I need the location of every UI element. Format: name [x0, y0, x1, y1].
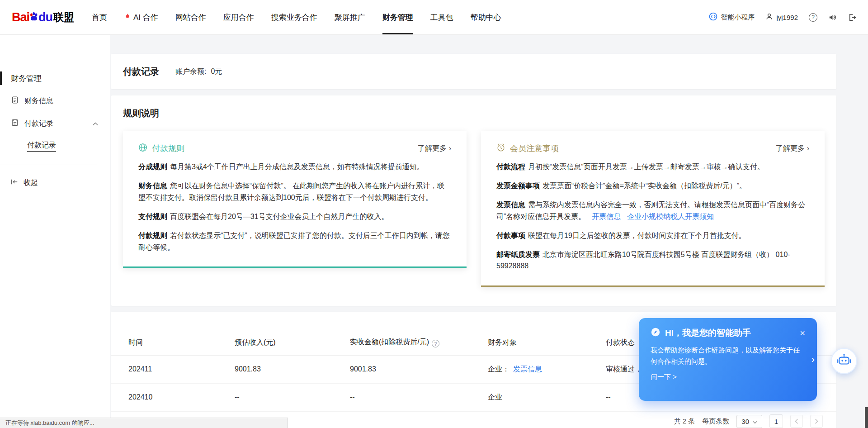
nav-label: 财务管理	[382, 12, 413, 23]
rule-head: 支付规则	[138, 213, 167, 220]
page-number-current[interactable]: 1	[769, 414, 783, 428]
rules-card: 规则说明 付款规则 了解更多 › 分成规则每月第3或4个工作日产出上月分成信息及…	[111, 95, 836, 306]
baidu-union-logo[interactable]: Bai du 联盟	[12, 10, 74, 24]
nav-label: 首页	[92, 12, 107, 23]
col-header-received-amount: 实收金额(扣除税费后/元)?	[350, 330, 488, 355]
robot-assistant-button[interactable]	[831, 348, 857, 374]
prev-page-button[interactable]	[790, 415, 803, 428]
col-header-finance-entity: 财务对象	[488, 330, 606, 355]
rule-head: 发票信息	[496, 201, 525, 209]
logo-text-bai: Bai	[12, 10, 29, 24]
nav-item-home[interactable]: 首页	[83, 0, 116, 34]
logo-text-union: 联盟	[53, 10, 74, 24]
rule-head: 发票金额事项	[496, 182, 540, 190]
rule-head: 付款事项	[496, 232, 525, 239]
cell-received: --	[350, 383, 488, 411]
rule-text: 北京市海淀区西北旺东路10号院百度科技园5号楼 百度联盟财务组（收） 010-5…	[496, 251, 790, 270]
rules-grid: 付款规则 了解更多 › 分成规则每月第3或4个工作日产出上月分成信息及发票信息，…	[123, 131, 825, 287]
status-text: 正在等待 xlab.baidu.com 的响应...	[5, 419, 94, 427]
per-page-select[interactable]: 30	[736, 415, 762, 428]
assistant-expand-chevron[interactable]: ›	[811, 354, 815, 366]
scrollbar-thumb[interactable]	[865, 407, 868, 428]
nav-item-app-cooperation[interactable]: 应用合作	[215, 0, 263, 34]
user-account[interactable]: jyj1992	[765, 13, 798, 22]
receipt-icon	[11, 119, 19, 128]
chevron-right-icon: ›	[807, 144, 809, 152]
per-page-value: 30	[741, 418, 749, 425]
cell-entity: 企业	[488, 383, 606, 411]
rule-text: 若付款状态显示“已支付”，说明联盟已安排了您的付款。支付后三个工作日内到帐，请您…	[138, 232, 450, 251]
rule-paragraph: 支付规则百度联盟会在每月20号—31号支付企业会员上个自然月产生的收入。	[138, 211, 451, 223]
cell-time: 202410	[111, 383, 235, 411]
sidebar-item-label: 财务信息	[24, 96, 53, 106]
nav-item-search-cooperation[interactable]: 搜索业务合作	[263, 0, 326, 34]
rule-paragraph: 财务信息您可以在财务信息中选择“保留付款”。 在此期间您产生的收入将在账户内进行…	[138, 180, 451, 204]
cell-estimated: --	[235, 383, 350, 411]
rule-head: 分成规则	[138, 163, 167, 171]
assistant-popup: Hi，我是您的智能助手 × 我会帮助您诊断合作链路问题，以及解答您关于任何合作相…	[639, 318, 817, 401]
close-icon[interactable]: ×	[800, 328, 805, 338]
rule-head: 付款规则	[138, 232, 167, 239]
rule-paragraph: 分成规则每月第3或4个工作日产出上月分成信息及发票信息，如有特殊情况将提前通知。	[138, 161, 451, 173]
logout-icon[interactable]	[848, 13, 856, 22]
rule-text: 月初按“发票信息”页面开具发票→上传发票→邮寄发票→审核→确认支付。	[528, 163, 764, 171]
payment-rules-header: 付款规则 了解更多 ›	[138, 143, 451, 154]
nav-label: AI 合作	[133, 12, 158, 23]
nav-item-screen-promotion[interactable]: 聚屏推广	[326, 0, 374, 34]
small-taxpayer-notice-link[interactable]: 企业小规模纳税人开票须知	[627, 213, 714, 220]
nav-item-ai-cooperation[interactable]: AI 合作	[116, 0, 167, 34]
question-glyph: ?	[434, 341, 437, 347]
alarm-clock-icon	[496, 143, 505, 154]
more-label: 了解更多	[418, 144, 447, 153]
robot-icon	[836, 352, 852, 370]
main-nav: 首页 AI 合作 网站合作 应用合作 搜索业务合作 聚屏推广 财务管理 工具包 …	[83, 0, 510, 34]
invoice-info-link[interactable]: 开票信息	[592, 213, 621, 220]
more-label: 了解更多	[776, 144, 805, 153]
mini-program-icon	[709, 12, 717, 22]
sidebar-item-finance-info[interactable]: 财务信息	[0, 90, 110, 112]
rule-text: 发票票面“价税合计”金额=系统中“实收金额（扣除税费后/元）”。	[542, 182, 746, 190]
flame-icon	[124, 13, 131, 22]
rule-head: 付款流程	[496, 163, 525, 171]
sidebar-item-payment-records[interactable]: 付款记录	[0, 112, 110, 135]
help-icon[interactable]: ?	[809, 13, 817, 22]
next-page-button[interactable]	[810, 415, 823, 428]
rule-text: 每月第3或4个工作日产出上月分成信息及发票信息，如有特殊情况将提前通知。	[170, 163, 424, 171]
entity-label: 企业：	[488, 365, 509, 373]
mini-program-entry[interactable]: 智能小程序	[709, 12, 755, 22]
chevron-right-icon: ›	[449, 144, 451, 152]
top-navbar: Bai du 联盟 首页 AI 合作 网站合作 应用合作 搜索业务合作 聚屏推广…	[0, 0, 868, 34]
ask-now-link[interactable]: 问一下 >	[651, 373, 677, 381]
nav-item-toolkit[interactable]: 工具包	[422, 0, 462, 34]
entity-label: 企业	[488, 393, 502, 401]
caret-down-icon	[753, 418, 757, 425]
payment-rules-panel: 付款规则 了解更多 › 分成规则每月第3或4个工作日产出上月分成信息及发票信息，…	[123, 131, 467, 268]
pagination-total: 共 2 条	[674, 417, 695, 426]
nav-label: 聚屏推广	[335, 12, 365, 23]
balance-value: 0元	[211, 67, 222, 76]
baidu-paw-icon	[29, 11, 38, 24]
collapse-label: 收起	[24, 178, 38, 188]
compass-icon	[651, 327, 660, 339]
chevron-up-icon	[93, 119, 98, 128]
nav-label: 搜索业务合作	[271, 12, 317, 23]
nav-item-finance-management[interactable]: 财务管理	[374, 0, 422, 34]
sidebar-subitem-payment-records[interactable]: 付款记录	[0, 135, 110, 157]
help-tooltip-icon[interactable]: ?	[432, 340, 439, 347]
invoice-info-cell-link[interactable]: 发票信息	[513, 365, 542, 373]
collapse-icon	[11, 179, 18, 187]
sidebar-item-label: 付款记录	[24, 119, 53, 128]
sidebar-collapse-button[interactable]: 收起	[0, 171, 110, 194]
cell-entity: 企业：发票信息	[488, 355, 606, 383]
cell-time: 202411	[111, 355, 235, 383]
nav-item-website-cooperation[interactable]: 网站合作	[167, 0, 215, 34]
sound-icon[interactable]	[828, 13, 837, 22]
nav-item-help-center[interactable]: 帮助中心	[462, 0, 510, 34]
nav-label: 网站合作	[175, 12, 206, 23]
rule-head: 邮寄纸质发票	[496, 251, 540, 258]
member-notes-title: 会员注意事项	[510, 143, 559, 154]
member-notes-more-link[interactable]: 了解更多 ›	[776, 144, 809, 153]
member-notes-panel: 会员注意事项 了解更多 › 付款流程月初按“发票信息”页面开具发票→上传发票→邮…	[481, 131, 825, 287]
sidebar-section-label: 财务管理	[11, 73, 42, 84]
payment-rules-more-link[interactable]: 了解更多 ›	[418, 144, 451, 153]
